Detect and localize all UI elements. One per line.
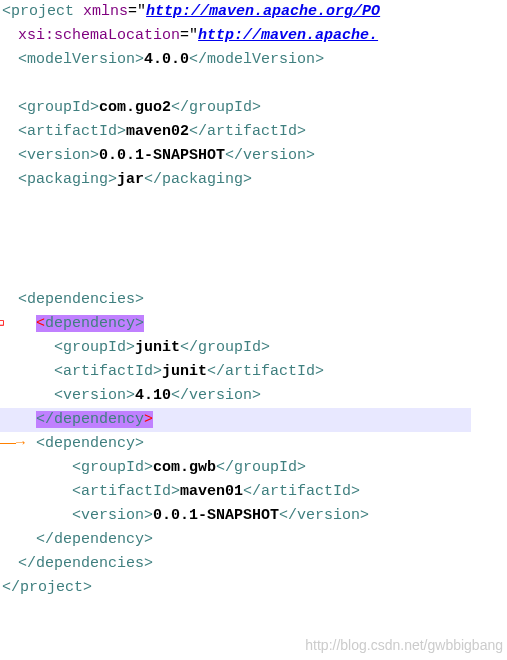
tag-value: 0.0.1-SNAPSHOT xyxy=(99,147,225,164)
attr-name: xsi:schemaLocation xyxy=(18,27,180,44)
tag-name: version xyxy=(81,507,144,524)
highlighted-tag: dependency xyxy=(45,315,135,332)
tag-value: junit xyxy=(135,339,180,356)
tag-value: 4.0.0 xyxy=(144,51,189,68)
tag-name: artifactId xyxy=(81,483,171,500)
url-link[interactable]: http://maven.apache.org/PO xyxy=(146,3,380,20)
tag-name: artifactId xyxy=(63,363,153,380)
code-line: <modelVersion>4.0.0</modelVersion> xyxy=(0,48,507,72)
tag-value: jar xyxy=(117,171,144,188)
tag-name: project xyxy=(11,3,74,20)
error-marker-icon: ⊐ xyxy=(0,312,4,336)
tag-name: version xyxy=(27,147,90,164)
highlighted-tag-close: </ xyxy=(36,411,54,428)
code-line: <artifactId>maven02</artifactId> xyxy=(0,120,507,144)
blank-line xyxy=(0,240,507,264)
code-line: <version>0.0.1-SNAPSHOT</version> xyxy=(0,504,507,528)
blank-line xyxy=(0,72,507,96)
code-line: </dependency> xyxy=(0,528,507,552)
tag-value: 4.10 xyxy=(135,387,171,404)
code-line: </project> xyxy=(0,576,507,600)
arrow-icon: ――→ xyxy=(0,432,25,456)
code-line: ⊐<dependency> xyxy=(0,312,507,336)
tag-name: artifactId xyxy=(27,123,117,140)
highlighted-bracket: < xyxy=(36,315,45,332)
tag-value: junit xyxy=(162,363,207,380)
tag-name: dependencies xyxy=(36,555,144,572)
tag-value: maven01 xyxy=(180,483,243,500)
tag-bracket: < xyxy=(2,3,11,20)
code-line: </dependencies> xyxy=(0,552,507,576)
blank-line xyxy=(0,216,507,240)
code-line: <groupId>junit</groupId> xyxy=(0,336,507,360)
code-line: <packaging>jar</packaging> xyxy=(0,168,507,192)
tag-name: groupId xyxy=(63,339,126,356)
code-line: <artifactId>maven01</artifactId> xyxy=(0,480,507,504)
tag-name: dependency xyxy=(45,435,135,452)
code-line: ――→<dependency> xyxy=(0,432,507,456)
watermark-text: http://blog.csdn.net/gwbbigbang xyxy=(305,634,503,656)
url-link[interactable]: http://maven.apache. xyxy=(198,27,378,44)
attr-name: xmlns xyxy=(83,3,128,20)
code-line: <artifactId>junit</artifactId> xyxy=(0,360,507,384)
tag-name: groupId xyxy=(27,99,90,116)
tag-name: packaging xyxy=(27,171,108,188)
tag-name: version xyxy=(63,387,126,404)
code-line: <version>0.0.1-SNAPSHOT</version> xyxy=(0,144,507,168)
code-line: <groupId>com.guo2</groupId> xyxy=(0,96,507,120)
code-line: <dependencies> xyxy=(0,288,507,312)
tag-name: modelVersion xyxy=(27,51,135,68)
tag-value: 0.0.1-SNAPSHOT xyxy=(153,507,279,524)
tag-value: com.gwb xyxy=(153,459,216,476)
code-line: <groupId>com.gwb</groupId> xyxy=(0,456,507,480)
code-editor: <project xmlns="http://maven.apache.org/… xyxy=(0,0,507,660)
code-line: <project xmlns="http://maven.apache.org/… xyxy=(0,0,507,24)
highlighted-line: </dependency> xyxy=(0,408,471,432)
code-line: xsi:schemaLocation="http://maven.apache. xyxy=(0,24,507,48)
tag-name: dependencies xyxy=(27,291,135,308)
tag-name: project xyxy=(20,579,83,596)
tag-value: com.guo2 xyxy=(99,99,171,116)
code-line: <version>4.10</version> xyxy=(0,384,507,408)
blank-line xyxy=(0,192,507,216)
tag-name: dependency xyxy=(54,531,144,548)
tag-name: groupId xyxy=(81,459,144,476)
tag-value: maven02 xyxy=(126,123,189,140)
blank-line xyxy=(0,264,507,288)
